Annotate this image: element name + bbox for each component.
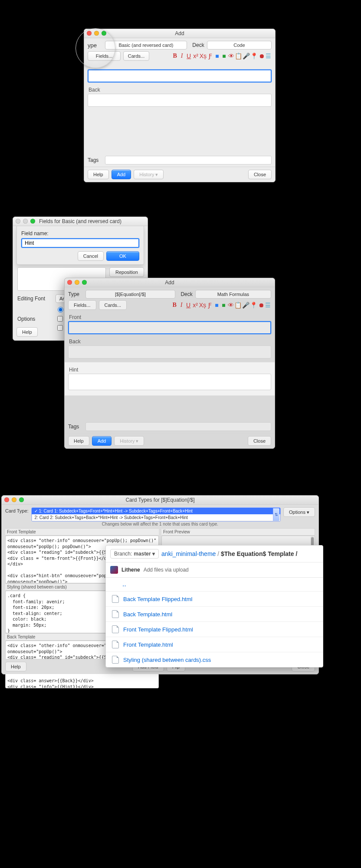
- titlebar[interactable]: Card Types for [$]Equation[/$]: [2, 496, 318, 505]
- close-dot[interactable]: [4, 497, 9, 502]
- type-selector[interactable]: [$]Equation[/$]: [85, 290, 175, 299]
- titlebar[interactable]: Add: [65, 278, 275, 287]
- titlebar[interactable]: Add: [84, 29, 275, 38]
- cancel-button[interactable]: Cancel: [78, 251, 104, 261]
- file-row[interactable]: Back Template.html: [106, 607, 323, 622]
- chevron-updown-icon[interactable]: ⇅: [273, 508, 279, 521]
- italic-icon[interactable]: I: [178, 302, 185, 308]
- clearfmt-icon[interactable]: Ƒ: [207, 53, 213, 59]
- file-link[interactable]: Back Template.html: [123, 611, 172, 618]
- deck-selector[interactable]: Math Formulas: [195, 290, 271, 299]
- sup-icon[interactable]: x²: [193, 53, 199, 59]
- committer[interactable]: Lithene: [121, 567, 140, 573]
- latex-icon[interactable]: 📍: [250, 53, 258, 59]
- color-icon[interactable]: ■: [214, 53, 220, 59]
- highlight-icon[interactable]: ■: [220, 302, 227, 308]
- file-link[interactable]: Back Template Flipped.html: [123, 596, 192, 602]
- back-field[interactable]: [88, 94, 272, 107]
- hint-field[interactable]: [68, 374, 271, 390]
- mic-icon[interactable]: 🎤: [242, 302, 249, 308]
- history-button[interactable]: History ▾: [114, 436, 144, 446]
- close-dot[interactable]: [87, 31, 92, 36]
- card-type-selected[interactable]: ✓ 1: Card 1: Subdeck+Tags+Front+*Hint+Hi…: [32, 508, 280, 514]
- sub-icon[interactable]: Xș: [200, 53, 207, 59]
- tags-input[interactable]: [85, 422, 271, 431]
- mic-icon[interactable]: 🎤: [243, 53, 250, 59]
- highlight-icon[interactable]: ■: [221, 53, 227, 59]
- htmledit-icon[interactable]: ☰: [265, 302, 271, 308]
- options-button[interactable]: Options ▾: [283, 507, 315, 517]
- field-name-input[interactable]: [21, 238, 139, 248]
- traffic-lights[interactable]: [16, 219, 35, 224]
- card-type-dropdown[interactable]: ✓ 1: Card 1: Subdeck+Tags+Front+*Hint+Hi…: [31, 507, 281, 522]
- front-field[interactable]: [68, 321, 271, 334]
- cloze-icon[interactable]: 👁: [227, 302, 234, 308]
- front-field[interactable]: [88, 69, 272, 82]
- file-row[interactable]: Front Template.html: [106, 637, 323, 652]
- reposition-button[interactable]: Reposition: [109, 267, 144, 277]
- up-dir-link[interactable]: ‥: [122, 581, 126, 588]
- htmledit-icon[interactable]: ☰: [265, 53, 272, 59]
- branch-selector[interactable]: Branch: master ▾: [110, 549, 159, 559]
- history-button[interactable]: History ▾: [134, 170, 164, 179]
- traffic-lights[interactable]: [87, 31, 106, 36]
- underline-icon[interactable]: U: [186, 53, 192, 59]
- bold-icon[interactable]: B: [172, 53, 178, 59]
- record-icon[interactable]: ⏺: [258, 53, 265, 59]
- min-dot[interactable]: [94, 31, 99, 36]
- help-button[interactable]: Help: [88, 170, 109, 179]
- ok-button[interactable]: OK: [106, 251, 139, 261]
- cloze-icon[interactable]: 👁: [228, 53, 234, 59]
- add-button[interactable]: Add: [92, 436, 112, 446]
- record-icon[interactable]: ⏺: [258, 302, 264, 308]
- min-dot[interactable]: [12, 497, 16, 502]
- italic-icon[interactable]: I: [179, 53, 185, 59]
- file-link[interactable]: Front Template.html: [123, 641, 173, 648]
- type-selector[interactable]: Basic (and reversed card): [105, 41, 187, 49]
- sub-icon[interactable]: Xș: [199, 302, 206, 308]
- attach-icon[interactable]: 📋: [234, 302, 242, 308]
- fields-button[interactable]: Fields...: [88, 51, 121, 61]
- cards-button[interactable]: Cards...: [99, 300, 127, 310]
- tags-input[interactable]: [105, 156, 272, 164]
- color-icon[interactable]: ■: [213, 302, 220, 308]
- max-dot[interactable]: [82, 280, 87, 285]
- file-row[interactable]: Styling (shared between cards).css: [106, 652, 323, 667]
- cards-button[interactable]: Cards...: [123, 51, 149, 61]
- underline-icon[interactable]: U: [185, 302, 192, 308]
- close-dot[interactable]: [67, 280, 72, 285]
- file-row[interactable]: Back Template Flipped.html: [106, 592, 323, 607]
- sup-icon[interactable]: x²: [192, 302, 199, 308]
- min-dot[interactable]: [75, 280, 79, 285]
- help-button[interactable]: Help: [68, 436, 89, 446]
- back-field[interactable]: [68, 345, 271, 358]
- min-dot[interactable]: [23, 219, 28, 224]
- latex-icon[interactable]: 📍: [250, 302, 257, 308]
- add-button[interactable]: Add: [112, 170, 131, 179]
- help-button[interactable]: Help: [16, 327, 38, 337]
- max-dot[interactable]: [30, 219, 35, 224]
- editor-toolbar[interactable]: B I U x² Xș Ƒ ■ ■ 👁 📋 🎤 📍 ⏺ ☰: [171, 302, 271, 308]
- commit-message[interactable]: Add files via upload: [144, 567, 189, 573]
- avatar[interactable]: [110, 566, 118, 574]
- fields-button[interactable]: Fields...: [68, 300, 96, 310]
- clearfmt-icon[interactable]: Ƒ: [207, 302, 213, 308]
- titlebar[interactable]: Fields for Basic (and reversed card): [13, 217, 148, 226]
- file-row[interactable]: Front Template Flipped.html: [106, 622, 323, 637]
- traffic-lights[interactable]: [67, 280, 87, 285]
- bold-icon[interactable]: B: [171, 302, 178, 308]
- attach-icon[interactable]: 📋: [235, 53, 242, 59]
- file-link[interactable]: Front Template Flipped.html: [123, 626, 193, 633]
- close-button[interactable]: Close: [248, 436, 271, 446]
- card-type-option-2[interactable]: 2: Card 2: Subdeck+Tags+Back+*Hint+Hint …: [32, 514, 280, 521]
- close-button[interactable]: Close: [248, 170, 272, 179]
- max-dot[interactable]: [19, 497, 24, 502]
- deck-selector[interactable]: Code: [207, 41, 272, 49]
- repo-link[interactable]: anki_minimal-theme: [161, 550, 216, 557]
- traffic-lights[interactable]: [4, 497, 24, 502]
- file-link[interactable]: Styling (shared between cards).css: [123, 657, 211, 663]
- help-button[interactable]: Help: [5, 662, 26, 671]
- max-dot[interactable]: [102, 31, 106, 36]
- editor-toolbar[interactable]: B I U x² Xș Ƒ ■ ■ 👁 📋 🎤 📍 ⏺ ☰: [172, 53, 272, 59]
- up-dir-row[interactable]: ‥: [106, 578, 323, 592]
